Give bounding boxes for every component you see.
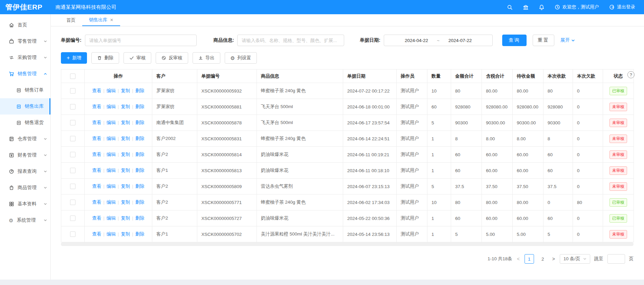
delete-link[interactable]: 删除	[135, 104, 145, 109]
sidebar-item-products[interactable]: 商品管理	[0, 180, 50, 196]
doc-no-input[interactable]	[85, 35, 197, 46]
ban-icon	[161, 56, 166, 60]
horizontal-scrollbar[interactable]	[61, 242, 634, 246]
edit-link[interactable]: 编辑	[107, 104, 116, 109]
select-all-checkbox[interactable]	[70, 74, 75, 79]
edit-link[interactable]: 编辑	[107, 231, 116, 237]
delete-button[interactable]: 删除	[91, 52, 119, 64]
copy-link[interactable]: 复制	[121, 88, 130, 93]
date-from[interactable]: 2024-04-22	[405, 38, 428, 43]
sidebar-item-sales-order[interactable]: 销售订单	[0, 82, 50, 98]
sidebar-item-sales-return[interactable]: 销售退货	[0, 115, 50, 131]
audit-button[interactable]: 审核	[124, 52, 151, 64]
doc-no-cell: XSCK00000005727	[197, 210, 257, 226]
copy-link[interactable]: 复制	[121, 231, 130, 237]
view-link[interactable]: 查看	[92, 120, 101, 125]
row-checkbox[interactable]	[70, 88, 75, 94]
search-button[interactable]: 查询	[502, 35, 527, 46]
sidebar-item-basic-data[interactable]: 基本资料	[0, 196, 50, 212]
sidebar-item-purchase[interactable]: 采购管理	[0, 49, 50, 66]
search-icon[interactable]	[507, 4, 513, 10]
row-checkbox[interactable]	[70, 136, 75, 141]
delete-link[interactable]: 删除	[135, 231, 145, 237]
prev-page-button[interactable]: <	[516, 256, 520, 262]
row-checkbox[interactable]	[70, 184, 75, 189]
copy-link[interactable]: 复制	[121, 200, 130, 205]
tab-sales-outbound[interactable]: 销售出库 ✕	[82, 14, 120, 26]
page-size-select[interactable]: 10 条/页	[560, 254, 590, 264]
reset-button[interactable]: 重置	[533, 35, 554, 46]
copy-link[interactable]: 复制	[121, 168, 130, 173]
next-page-button[interactable]: >	[552, 256, 556, 262]
row-checkbox[interactable]	[70, 231, 75, 237]
delete-link[interactable]: 删除	[135, 88, 145, 93]
row-checkbox[interactable]	[70, 104, 75, 109]
page-button-1[interactable]: 1	[525, 254, 534, 264]
sidebar-item-finance[interactable]: 财务管理	[0, 147, 50, 163]
tab-home[interactable]: 首页	[60, 14, 82, 26]
page-button-2[interactable]: 2	[538, 254, 548, 264]
link-separator: |	[132, 168, 133, 173]
view-link[interactable]: 查看	[92, 136, 101, 141]
delete-link[interactable]: 删除	[135, 216, 145, 221]
view-link[interactable]: 查看	[92, 152, 101, 157]
sidebar-item-sales-outbound[interactable]: 销售出库	[0, 98, 50, 115]
delete-link[interactable]: 删除	[135, 120, 145, 125]
edit-link[interactable]: 编辑	[107, 120, 116, 125]
copy-link[interactable]: 复制	[121, 184, 130, 189]
add-button[interactable]: + 新增	[61, 52, 87, 64]
edit-link[interactable]: 编辑	[107, 200, 116, 205]
sidebar-item-warehouse[interactable]: 仓库管理	[0, 131, 50, 147]
expand-link[interactable]: 展开	[560, 37, 575, 43]
copy-link[interactable]: 复制	[121, 136, 130, 141]
edit-link[interactable]: 编辑	[107, 88, 116, 93]
sidebar-item-home[interactable]: 首页	[0, 17, 50, 33]
delete-link[interactable]: 删除	[135, 152, 145, 157]
copy-link[interactable]: 复制	[121, 120, 130, 125]
checkbox-cell	[61, 210, 85, 226]
view-link[interactable]: 查看	[92, 184, 101, 189]
help-icon[interactable]: ?	[627, 71, 635, 78]
row-checkbox[interactable]	[70, 216, 75, 221]
product-info-input[interactable]	[237, 35, 344, 46]
amount-cell: 37.5	[451, 179, 482, 195]
delete-link[interactable]: 删除	[135, 136, 145, 141]
close-icon[interactable]: ✕	[110, 18, 113, 22]
delete-link[interactable]: 删除	[135, 200, 145, 205]
date-to[interactable]: 2024-07-22	[448, 38, 472, 43]
unaudit-button[interactable]: 反审核	[156, 52, 188, 64]
edit-link[interactable]: 编辑	[107, 216, 116, 221]
delete-link[interactable]: 删除	[135, 168, 145, 173]
edit-link[interactable]: 编辑	[107, 152, 116, 157]
edit-link[interactable]: 编辑	[107, 168, 116, 173]
view-link[interactable]: 查看	[92, 168, 101, 173]
sidebar-item-retail[interactable]: 零售管理	[0, 33, 50, 49]
edit-link[interactable]: 编辑	[107, 184, 116, 189]
welcome-user[interactable]: 欢迎您，测试用户	[555, 4, 599, 10]
sidebar-item-sales[interactable]: 销售管理	[0, 66, 50, 82]
sidebar-item-reports[interactable]: 报表查询	[0, 163, 50, 180]
copy-link[interactable]: 复制	[121, 152, 130, 157]
delete-link[interactable]: 删除	[135, 184, 145, 189]
bell-icon[interactable]	[539, 4, 545, 10]
view-link[interactable]: 查看	[92, 200, 101, 205]
sidebar-item-system[interactable]: ⚙ 系统管理	[0, 212, 50, 228]
logout-button[interactable]: 退出登录	[609, 4, 635, 10]
view-link[interactable]: 查看	[92, 104, 101, 109]
copy-link[interactable]: 复制	[121, 216, 130, 221]
view-link[interactable]: 查看	[92, 216, 101, 221]
organization-icon[interactable]	[523, 4, 529, 10]
row-checkbox[interactable]	[70, 152, 75, 157]
copy-link[interactable]: 复制	[121, 104, 130, 109]
view-link[interactable]: 查看	[92, 88, 101, 93]
jump-page-input[interactable]	[607, 254, 625, 264]
edit-link[interactable]: 编辑	[107, 136, 116, 141]
row-checkbox[interactable]	[70, 120, 75, 125]
row-checkbox[interactable]	[70, 200, 75, 205]
view-link[interactable]: 查看	[92, 231, 101, 237]
row-checkbox[interactable]	[70, 168, 75, 173]
date-range-picker[interactable]: 2024-04-22 ~ 2024-07-22	[384, 35, 493, 46]
column-settings-button[interactable]: ⚙ 列设置	[225, 52, 257, 64]
chevron-down-icon	[44, 186, 47, 189]
export-button[interactable]: 导出	[193, 52, 220, 64]
